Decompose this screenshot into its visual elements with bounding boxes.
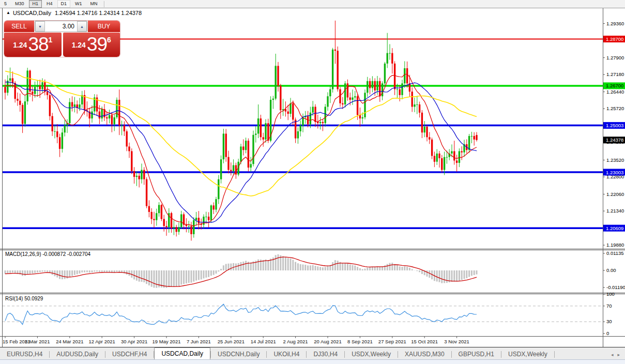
svg-text:-0.011904: -0.011904 xyxy=(606,284,625,290)
svg-text:12 Apr 2021: 12 Apr 2021 xyxy=(89,339,115,344)
chart-tab-gbpusd-h1[interactable]: GBPUSD,H1 xyxy=(452,349,501,360)
svg-text:20 Aug 2021: 20 Aug 2021 xyxy=(314,339,341,344)
svg-text:25 Jun 2021: 25 Jun 2021 xyxy=(218,339,245,344)
chart-tab-usdchf-h4[interactable]: USDCHF,H4 xyxy=(105,349,154,360)
buy-price-prefix: 1.24 xyxy=(72,41,86,49)
svg-text:0.00: 0.00 xyxy=(606,267,616,273)
chart-tab-usdx-weekly[interactable]: USDX,Weekly xyxy=(501,349,554,360)
svg-text:100: 100 xyxy=(606,291,615,297)
svg-text:27 Sep 2021: 27 Sep 2021 xyxy=(378,339,406,344)
chart-tab-dj30-h4[interactable]: DJ30,H4 xyxy=(307,349,344,360)
chart-ohlc-values: 1.24594 1.24716 1.24314 1.24378 xyxy=(55,10,142,16)
timeframe-button-h4[interactable]: H4 xyxy=(43,0,56,8)
status-bar xyxy=(0,359,625,364)
timeframe-button-w1[interactable]: W1 xyxy=(71,0,86,8)
svg-text:1.20609: 1.20609 xyxy=(606,225,623,231)
timeframe-toolbar: 5M30H1H4D1W1MN xyxy=(0,0,625,8)
tabs-scroll-left-icon[interactable]: ◂ xyxy=(611,352,614,357)
buy-price-display[interactable]: 1.24 39 6 xyxy=(63,33,120,57)
one-click-trading-panel: SELL ▼ 3.00 ▲ BUY 1.24 38 1 1.24 39 6 xyxy=(4,21,120,57)
buy-button[interactable]: BUY xyxy=(88,21,120,32)
volume-increase-button[interactable]: ▲ xyxy=(77,21,87,32)
svg-text:30 Apr 2021: 30 Apr 2021 xyxy=(121,339,147,344)
trading-terminal-window: 5M30H1H4D1W1MN 1.293601.286401.279001.27… xyxy=(0,0,625,364)
chart-title: ▲ USDCAD,Daily 1.24594 1.24716 1.24314 1… xyxy=(6,10,142,16)
chart-tab-eurusd-h4[interactable]: EURUSD,H4 xyxy=(0,349,49,360)
svg-text:1.28700: 1.28700 xyxy=(606,36,623,42)
chart-tabs-bar: EURUSD,H4AUDUSD,DailyUSDCHF,H4USDCAD,Dai… xyxy=(0,347,625,360)
volume-decrease-button[interactable]: ▼ xyxy=(35,21,45,32)
svg-text:15 Oct 2021: 15 Oct 2021 xyxy=(411,339,438,344)
svg-text:5 Mar 2021: 5 Mar 2021 xyxy=(25,339,50,344)
svg-text:0.01135: 0.01135 xyxy=(606,250,624,256)
sell-button[interactable]: SELL xyxy=(4,21,34,32)
timeframe-button-h1[interactable]: H1 xyxy=(29,0,42,8)
svg-text:1.21340: 1.21340 xyxy=(606,208,624,214)
tab-scroll-arrows: ◂▸ xyxy=(611,352,625,360)
chart-symbol-label: USDCAD,Daily xyxy=(13,10,51,16)
tab-separator xyxy=(554,351,555,358)
svg-text:14 Jul 2021: 14 Jul 2021 xyxy=(251,339,276,344)
svg-text:1.26440: 1.26440 xyxy=(606,89,624,95)
chart-tab-ukoil-h4[interactable]: UKOil,H4 xyxy=(267,349,306,360)
svg-text:1.22060: 1.22060 xyxy=(606,191,624,197)
svg-text:1.24378: 1.24378 xyxy=(606,137,623,143)
svg-text:1.27900: 1.27900 xyxy=(606,55,624,60)
svg-text:1.19880: 1.19880 xyxy=(606,242,624,248)
svg-text:7 Jun 2021: 7 Jun 2021 xyxy=(187,339,211,344)
timeframe-button-d1[interactable]: D1 xyxy=(57,0,71,8)
volume-stepper: ▼ 3.00 ▲ xyxy=(35,21,87,32)
chart-tab-xauusd-m30[interactable]: XAUUSD,M30 xyxy=(398,349,451,360)
svg-text:8 Sep 2021: 8 Sep 2021 xyxy=(347,339,373,344)
svg-text:1.25720: 1.25720 xyxy=(606,105,624,111)
sell-price-pip-digit: 1 xyxy=(49,36,53,44)
svg-text:3 Nov 2021: 3 Nov 2021 xyxy=(444,339,469,344)
svg-text:24 Mar 2021: 24 Mar 2021 xyxy=(56,339,83,344)
chart-tab-usdcnh-daily[interactable]: USDCNH,Daily xyxy=(211,349,266,360)
timeframe-button-5[interactable]: 5 xyxy=(1,0,10,8)
sell-price-big-digits: 38 xyxy=(28,33,48,56)
svg-text:0: 0 xyxy=(606,330,609,336)
chart-tab-usdcad-daily[interactable]: USDCAD,Daily xyxy=(154,347,210,360)
tabs-scroll-right-icon[interactable]: ▸ xyxy=(617,352,620,357)
svg-text:70: 70 xyxy=(606,303,612,309)
svg-text:1.26700: 1.26700 xyxy=(606,83,623,88)
collapse-triangle-icon[interactable]: ▲ xyxy=(6,10,10,15)
svg-text:19 May 2021: 19 May 2021 xyxy=(153,339,181,344)
rsi-label: RSI(14) 50.0929 xyxy=(5,296,43,301)
macd-label: MACD(12,26,9) -0.000872 -0.002704 xyxy=(5,251,90,257)
svg-text:1.23520: 1.23520 xyxy=(606,157,624,163)
svg-text:1.29360: 1.29360 xyxy=(606,21,624,26)
svg-text:2 Aug 2021: 2 Aug 2021 xyxy=(283,339,308,344)
svg-text:1.25003: 1.25003 xyxy=(606,123,623,128)
svg-text:1.23003: 1.23003 xyxy=(606,170,623,175)
buy-price-big-digits: 39 xyxy=(87,33,107,56)
svg-text:30: 30 xyxy=(606,318,612,324)
sell-price-prefix: 1.24 xyxy=(13,41,27,49)
sell-price-display[interactable]: 1.24 38 1 xyxy=(4,33,62,57)
buy-price-pip-digit: 6 xyxy=(107,36,111,44)
chart-tab-audusd-daily[interactable]: AUDUSD,Daily xyxy=(50,349,105,360)
svg-text:1.27180: 1.27180 xyxy=(606,71,624,77)
timeframe-button-mn[interactable]: MN xyxy=(87,0,101,8)
timeframe-button-m30[interactable]: M30 xyxy=(11,0,28,8)
volume-value[interactable]: 3.00 xyxy=(45,21,77,32)
toolbar-separator xyxy=(104,1,105,7)
chart-tab-usdx-weekly[interactable]: USDX,Weekly xyxy=(345,349,398,360)
